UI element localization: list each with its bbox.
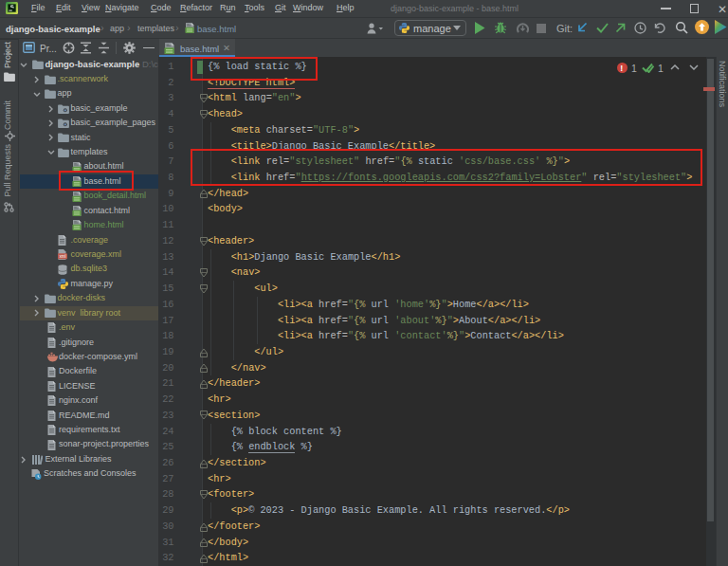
svg-text:xml: xml [59, 254, 65, 259]
